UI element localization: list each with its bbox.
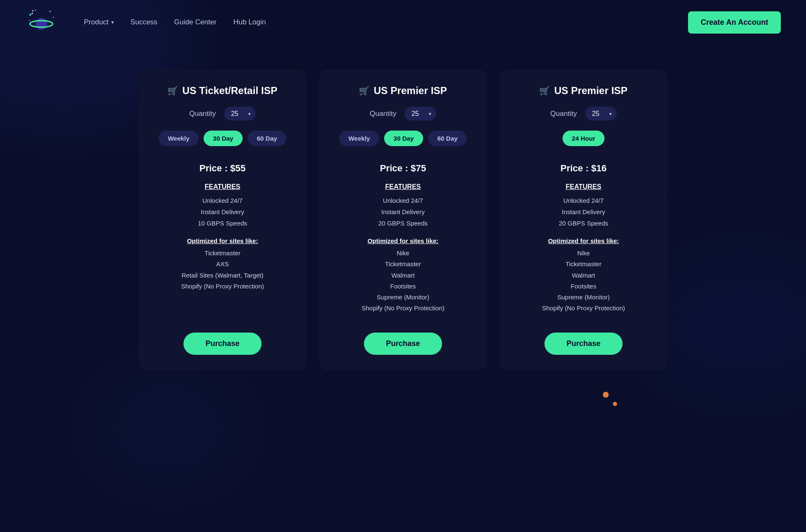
feature-item: Unlocked 24/7 [336, 195, 470, 206]
nav-links: Product ▾ Success Guide Center Hub Login [84, 18, 688, 26]
price-2: Price : $75 [380, 163, 426, 174]
feature-item: Instant Delivery [155, 206, 290, 218]
nav-product[interactable]: Product ▾ [84, 18, 114, 26]
svg-point-7 [29, 14, 31, 16]
card-title-text: US Premier ISP [374, 85, 447, 97]
optimized-title: Optimized for sites like: [516, 237, 651, 244]
quantity-select-1[interactable]: 2550100200 [224, 107, 256, 121]
nav-guide-center[interactable]: Guide Center [174, 18, 217, 26]
product-card-3: 🛒 US Premier ISPQuantity255010020024 Hou… [500, 70, 667, 370]
price-1: Price : $55 [199, 163, 246, 174]
cards-container: 🛒 US Ticket/Retail ISPQuantity2550100200… [0, 45, 806, 395]
optimized-site-item: Retail Sites (Walmart, Target) [155, 270, 290, 281]
tab-60-day-1[interactable]: 60 Day [248, 131, 286, 146]
card-title-2: 🛒 US Premier ISP [359, 85, 447, 97]
optimized-site-item: Walmart [516, 270, 651, 281]
create-account-button[interactable]: Create An Account [688, 11, 781, 34]
features-title: FEATURES [336, 183, 470, 191]
cart-icon: 🛒 [167, 86, 178, 96]
quantity-row-2: Quantity2550100200 [336, 107, 470, 121]
optimized-site-item: Footsites [516, 281, 651, 292]
logo[interactable] [25, 8, 59, 37]
price-3: Price : $16 [560, 163, 607, 174]
tab-30-day-2[interactable]: 30 Day [384, 131, 423, 146]
optimized-site-item: Ticketmaster [155, 248, 290, 259]
optimized-title: Optimized for sites like: [336, 237, 470, 244]
feature-item: 10 GBPS Speeds [155, 218, 290, 229]
purchase-button-3[interactable]: Purchase [544, 333, 622, 355]
optimized-site-item: Shopify (No Proxy Protection) [516, 303, 651, 314]
quantity-label: Quantity [370, 110, 396, 118]
nav-hub-login[interactable]: Hub Login [233, 18, 266, 26]
card-title-text: US Ticket/Retail ISP [182, 85, 277, 97]
optimized-site-item: Supreme (Monitor) [516, 292, 651, 303]
svg-point-6 [35, 10, 36, 10]
product-card-2: 🛒 US Premier ISPQuantity2550100200Weekly… [319, 70, 487, 370]
features-title: FEATURES [516, 183, 651, 191]
svg-point-0 [35, 18, 47, 30]
tab-weekly-2[interactable]: Weekly [339, 131, 379, 146]
quantity-label: Quantity [550, 110, 577, 118]
purchase-button-2[interactable]: Purchase [364, 333, 442, 355]
quantity-select-2[interactable]: 2550100200 [405, 107, 436, 121]
optimized-site-item: Shopify (No Proxy Protection) [155, 281, 290, 292]
duration-tabs-1: Weekly30 Day60 Day [159, 131, 286, 146]
optimized-site-item: Walmart [336, 270, 470, 281]
feature-item: 20 GBPS Speeds [516, 218, 651, 229]
optimized-section-2: Optimized for sites like:NikeTicketmaste… [336, 237, 470, 314]
cart-icon: 🛒 [359, 86, 369, 96]
tab-24-hour-3[interactable]: 24 Hour [563, 131, 604, 146]
optimized-section-1: Optimized for sites like:TicketmasterAXS… [155, 237, 290, 292]
svg-point-8 [32, 10, 34, 11]
tab-60-day-2[interactable]: 60 Day [428, 131, 467, 146]
feature-item: Instant Delivery [516, 206, 651, 218]
svg-point-2 [31, 13, 33, 14]
features-section-3: FEATURESUnlocked 24/7Instant Delivery20 … [516, 183, 651, 229]
optimized-site-item: Nike [336, 248, 470, 259]
optimized-site-item: Ticketmaster [516, 259, 651, 270]
optimized-site-item: Nike [516, 248, 651, 259]
optimized-site-item: AXS [155, 259, 290, 270]
tab-30-day-1[interactable]: 30 Day [204, 131, 242, 146]
optimized-site-item: Footsites [336, 281, 470, 292]
navbar: Product ▾ Success Guide Center Hub Login… [0, 0, 806, 45]
svg-point-5 [29, 20, 30, 21]
feature-item: Unlocked 24/7 [155, 195, 290, 206]
cart-icon: 🛒 [539, 86, 550, 96]
chevron-down-icon: ▾ [111, 19, 114, 25]
feature-item: Instant Delivery [336, 206, 470, 218]
optimized-site-item: Supreme (Monitor) [336, 292, 470, 303]
optimized-site-item: Ticketmaster [336, 259, 470, 270]
tab-weekly-1[interactable]: Weekly [159, 131, 199, 146]
optimized-site-item: Shopify (No Proxy Protection) [336, 303, 470, 314]
feature-item: 20 GBPS Speeds [336, 218, 470, 229]
duration-tabs-3: 24 Hour [563, 131, 604, 146]
features-section-2: FEATURESUnlocked 24/7Instant Delivery20 … [336, 183, 470, 229]
features-section-1: FEATURESUnlocked 24/7Instant Delivery10 … [155, 183, 290, 229]
svg-point-3 [50, 11, 51, 12]
feature-item: Unlocked 24/7 [516, 195, 651, 206]
optimized-title: Optimized for sites like: [155, 237, 290, 244]
card-title-3: 🛒 US Premier ISP [539, 85, 628, 97]
quantity-select-3[interactable]: 2550100200 [585, 107, 617, 121]
features-title: FEATURES [155, 183, 290, 191]
card-title-1: 🛒 US Ticket/Retail ISP [167, 85, 277, 97]
quantity-row-3: Quantity2550100200 [516, 107, 651, 121]
purchase-button-1[interactable]: Purchase [183, 333, 261, 355]
product-card-1: 🛒 US Ticket/Retail ISPQuantity2550100200… [139, 70, 306, 370]
nav-success[interactable]: Success [131, 18, 157, 26]
quantity-label: Quantity [189, 110, 216, 118]
svg-point-4 [53, 17, 54, 18]
duration-tabs-2: Weekly30 Day60 Day [339, 131, 467, 146]
card-title-text: US Premier ISP [554, 85, 628, 97]
quantity-row-1: Quantity2550100200 [155, 107, 290, 121]
optimized-section-3: Optimized for sites like:NikeTicketmaste… [516, 237, 651, 314]
